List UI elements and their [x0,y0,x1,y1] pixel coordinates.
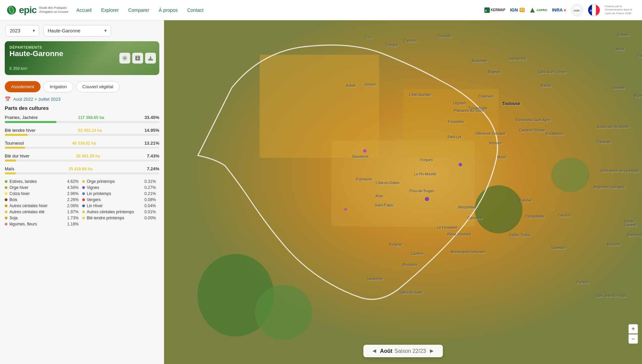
tab-assolement[interactable]: Assolement [5,81,41,92]
nav-accueil[interactable]: Accueil [76,7,92,13]
tab-couvert[interactable]: Couvert végétal [76,81,120,92]
minor-crop-dot [5,192,7,195]
minor-crop-dot [82,180,85,183]
crop-bar-bg-ble-dur [5,160,159,162]
crop-bar-bg-prairies [5,121,159,123]
crop-ha-tournesol: 46 339.02 ha [72,141,96,146]
map-zoom-controls: + − [628,324,638,344]
download-button[interactable] [145,53,156,64]
crop-ha-ble-dur: 26 081.35 ha [76,154,100,159]
svg-point-24 [344,208,347,211]
minor-crop-item: Autres céréales hiver 2.06% [5,203,82,208]
svg-text:AGRI: AGRI [574,9,580,12]
logo-badge-1: AGRI [571,4,583,16]
year-select-wrapper: 2023 2022 2021 2020 ▼ [5,25,39,37]
svg-point-22 [363,149,367,153]
sidebar: 2023 2022 2021 2020 ▼ Haute-Garonne Giro… [0,20,164,364]
settings-button[interactable] [119,53,130,64]
minor-crop-pct: 0.21% [144,191,159,196]
minor-crop-dot [82,204,85,207]
svg-marker-5 [530,8,535,13]
zoom-in-button[interactable]: + [628,324,638,334]
minor-crop-item: Vignes 0.27% [82,185,160,190]
year-select[interactable]: 2023 2022 2021 2020 [5,25,39,37]
minor-crop-item: Orge printemps 0.31% [82,179,160,184]
crop-name-ble-tendre: Blé tendre hiver [5,128,36,133]
zoom-out-button[interactable]: − [628,334,638,344]
minor-crop-pct: 1.73% [67,216,82,220]
crop-item-tournesol: Tournesol 46 339.02 ha 13.21% [5,141,159,149]
minor-crop-pct: 0.27% [144,185,159,190]
minor-crop-item: Autres céréales été 1.97% [5,210,82,214]
minor-crop-item: Colza hiver 2.96% [5,191,82,196]
nav-apropos[interactable]: À propos [159,7,178,13]
minor-crop-name: Orge hiver [9,185,65,190]
minor-crop-item: Lin printemps 0.21% [82,191,160,196]
crop-stats-title: Parts des cultures [5,105,159,111]
map-area[interactable]: CoxCologneCadoursGrenadeAmbresLavaurFiac… [164,20,642,364]
gear-icon [122,55,128,61]
map-view-button[interactable] [132,53,143,64]
minor-crop-item: légumes, fleurs 1.18% [5,222,82,226]
svg-text:K: K [485,9,487,12]
minor-crop-name: Autres céréales hiver [9,203,65,208]
minor-crop-pct: 0.31% [144,179,159,184]
crop-ha-prairies: 117 368.65 ha [78,115,104,120]
controls-bar: 2023 2022 2021 2020 ▼ Haute-Garonne Giro… [0,20,164,41]
minor-crop-dot [5,186,7,189]
crop-bar-fill-ble-dur [5,160,16,162]
partner-logos: K KERMAP IGN FI ASPRO INRAe AGRI 2030 [484,4,635,16]
download-icon [148,55,153,61]
minor-crop-dot [82,186,85,189]
minor-crop-item: Soja 1.73% [5,216,82,220]
crop-ha-ble-tendre: 52 452.14 ha [78,128,102,133]
crop-bar-bg-tournesol [5,147,159,149]
crop-ha-mais: 25 418.68 ha [69,167,93,171]
season-period: Saison 22/23 [394,348,426,354]
season-nav-bar: ◄ Août Saison 22/23 ► [363,345,443,357]
minor-crop-pct: 1.97% [67,210,82,214]
minor-crops-grid: Estives, landes 4.62% Orge printemps 0.3… [5,179,159,226]
minor-crop-dot [5,223,7,225]
crop-item-ble-dur: Blé dur hiver 26 081.35 ha 7.43% [5,153,159,162]
svg-rect-13 [136,56,140,60]
svg-point-17 [475,185,522,233]
minor-crop-name: Lin printemps [87,191,142,196]
minor-crop-item [82,222,160,226]
department-label: Départements [9,45,155,49]
crop-pct-tournesol: 13.21% [144,141,159,146]
svg-text:2030: 2030 [590,9,595,11]
svg-rect-10 [596,4,600,16]
main-header: epic Étude des Pratiques d'Irrigation et… [0,0,642,20]
minor-crop-name: Vergers [87,197,142,202]
minor-crop-name: Bois [9,197,65,202]
minor-crop-item: Orge hiver 4.56% [5,185,82,190]
season-next-button[interactable]: ► [426,347,437,355]
map-svg [164,20,642,364]
minor-crop-pct: 0.08% [144,197,159,202]
map-icon [135,55,140,61]
season-label: Août Saison 22/23 [380,348,426,354]
crop-pct-ble-dur: 7.43% [147,153,159,159]
minor-crop-name: légumes, fleurs [9,222,65,226]
crop-bar-bg-ble-tendre [5,134,159,136]
nav-contact[interactable]: Contact [187,7,203,13]
nav-explorer[interactable]: Explorer [101,7,119,13]
region-select[interactable]: Haute-Garonne Gironde Hérault Gard [43,25,111,37]
date-range-text: Août 2022 > Juillet 2023 [13,97,61,102]
inrae-logo: INRAe [552,7,566,13]
minor-crop-dot [5,211,7,213]
crop-bar-bg-mais [5,172,159,174]
minor-crop-dot [82,198,85,201]
crop-bar-fill-mais [5,172,16,174]
season-prev-button[interactable]: ◄ [369,347,380,355]
crop-pct-ble-tendre: 14.95% [144,128,159,133]
svg-rect-21 [331,141,475,226]
svg-point-16 [255,285,312,340]
logo-text: epic [19,5,37,16]
minor-crop-name: Autres céréales printemps [87,210,142,214]
nav-comparer[interactable]: Comparer [128,7,149,13]
minor-crop-dot [82,217,85,219]
crop-bar-fill-ble-tendre [5,134,28,136]
tab-irrigation[interactable]: Irrigation [43,81,73,92]
